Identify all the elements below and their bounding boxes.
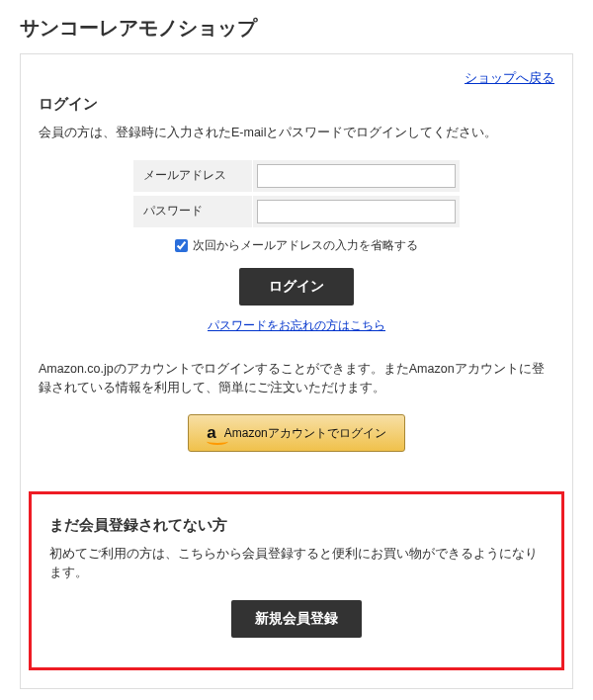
page-title: サンコーレアモノショップ bbox=[20, 15, 573, 42]
login-heading: ログイン bbox=[39, 95, 554, 114]
footer: グローバルサイン認証サイト SSL secured 🔒 クリックして確認 Glo… bbox=[20, 689, 573, 700]
password-row: パスワード bbox=[133, 196, 460, 227]
password-label: パスワード bbox=[133, 196, 252, 227]
email-field[interactable] bbox=[257, 164, 456, 188]
register-heading: まだ会員登録されてない方 bbox=[49, 516, 544, 535]
remember-checkbox[interactable] bbox=[175, 239, 188, 252]
amazon-login-button[interactable]: a Amazonアカウントでログイン bbox=[188, 414, 405, 452]
forgot-password-link[interactable]: パスワードをお忘れの方はこちら bbox=[208, 318, 385, 332]
register-button[interactable]: 新規会員登録 bbox=[231, 600, 362, 638]
amazon-logo-icon: a bbox=[207, 423, 215, 443]
email-row: メールアドレス bbox=[133, 160, 460, 192]
back-to-shop-link[interactable]: ショップへ戻る bbox=[465, 70, 554, 85]
login-panel: ショップへ戻る ログイン 会員の方は、登録時に入力されたE-mailとパスワード… bbox=[20, 53, 573, 689]
remember-label[interactable]: 次回からメールアドレスの入力を省略する bbox=[193, 238, 418, 252]
email-label: メールアドレス bbox=[133, 160, 252, 192]
login-description: 会員の方は、登録時に入力されたE-mailとパスワードでログインしてください。 bbox=[39, 124, 554, 142]
register-highlight-box: まだ会員登録されてない方 初めてご利用の方は、こちらから会員登録すると便利にお買… bbox=[29, 491, 564, 670]
password-field[interactable] bbox=[257, 200, 456, 223]
amazon-button-label: Amazonアカウントでログイン bbox=[224, 425, 386, 442]
register-description: 初めてご利用の方は、こちらから会員登録すると便利にお買い物ができるようになります… bbox=[49, 545, 544, 582]
amazon-description: Amazon.co.jpのアカウントでログインすることができます。またAmazo… bbox=[39, 360, 554, 397]
login-button[interactable]: ログイン bbox=[239, 268, 354, 306]
